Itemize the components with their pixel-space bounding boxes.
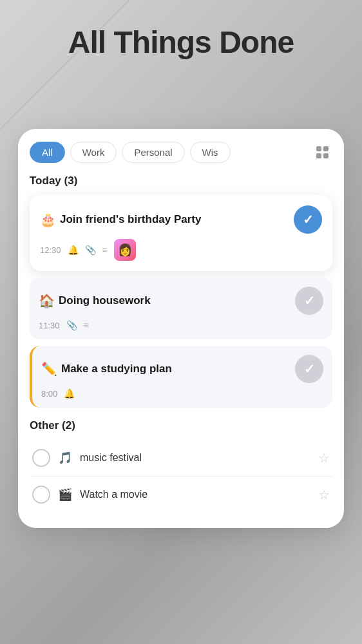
bell-icon: 🔔 xyxy=(68,245,79,255)
task-emoji: 🏠 xyxy=(39,293,55,308)
star-button[interactable]: ☆ xyxy=(318,487,330,502)
task-complete-button[interactable]: ✓ xyxy=(295,287,323,315)
task-meta: 8:00 🔔 xyxy=(41,388,323,399)
star-button[interactable]: ☆ xyxy=(318,450,330,466)
task-title-row: 🎂 Join friend's birthday Party xyxy=(40,212,294,227)
today-section-header: Today (3) xyxy=(30,175,332,187)
task-circle-button[interactable] xyxy=(32,486,50,504)
thumbnail-image: 👩 xyxy=(118,243,132,257)
task-emoji: ✏️ xyxy=(41,361,57,377)
grid-icon xyxy=(316,146,329,158)
task-title: music festival xyxy=(80,452,310,464)
task-title: Watch a movie xyxy=(80,489,310,500)
task-title: Doing housework xyxy=(59,294,151,307)
checkmark-icon: ✓ xyxy=(304,361,315,377)
task-title-row: 🏠 Doing housework xyxy=(39,293,295,308)
list-icon: ≡ xyxy=(84,320,89,330)
task-item: 🎂 Join friend's birthday Party ✓ 12:30 🔔… xyxy=(30,195,332,271)
task-time: 8:00 xyxy=(41,389,57,399)
task-meta: 11:30 📎 ≡ xyxy=(39,320,323,330)
task-complete-button[interactable]: ✓ xyxy=(295,355,323,383)
task-emoji: 🎵 xyxy=(58,451,72,465)
grid-view-button[interactable] xyxy=(312,142,332,163)
task-top-row: 🎂 Join friend's birthday Party ✓ xyxy=(40,205,322,234)
task-emoji: 🎬 xyxy=(58,488,72,502)
task-item: 🏠 Doing housework ✓ 11:30 📎 ≡ xyxy=(30,278,332,339)
task-emoji: 🎂 xyxy=(40,212,56,227)
task-time: 11:30 xyxy=(39,321,60,330)
filter-tabs: All Work Personal Wis xyxy=(30,142,332,163)
task-title: Make a studying plan xyxy=(61,363,172,375)
app-title: All Things Done xyxy=(0,24,362,60)
task-item: ✏️ Make a studying plan ✓ 8:00 🔔 xyxy=(30,346,332,408)
other-section-header: Other (2) xyxy=(30,419,332,432)
task-title-row: ✏️ Make a studying plan xyxy=(41,361,295,377)
task-top-row: ✏️ Make a studying plan ✓ xyxy=(41,355,323,383)
task-complete-button[interactable]: ✓ xyxy=(294,205,322,234)
list-item: 🎵 music festival ☆ xyxy=(30,440,332,477)
attachment-icon: 📎 xyxy=(85,245,96,255)
tab-all[interactable]: All xyxy=(30,142,65,163)
task-circle-button[interactable] xyxy=(32,449,50,467)
tab-work[interactable]: Work xyxy=(70,142,117,163)
list-icon: ≡ xyxy=(102,245,108,255)
task-meta: 12:30 🔔 📎 ≡ 👩 xyxy=(40,239,322,261)
task-time: 12:30 xyxy=(40,245,61,255)
other-section: Other (2) 🎵 music festival ☆ 🎬 Watch a m… xyxy=(30,419,332,513)
task-title: Join friend's birthday Party xyxy=(60,213,201,226)
task-thumbnail: 👩 xyxy=(114,239,136,261)
task-top-row: 🏠 Doing housework ✓ xyxy=(39,287,323,315)
checkmark-icon: ✓ xyxy=(303,212,314,227)
tab-wishlist[interactable]: Wis xyxy=(190,142,231,163)
checkmark-icon: ✓ xyxy=(304,293,315,308)
bell-icon: 🔔 xyxy=(64,388,75,399)
attachment-icon: 📎 xyxy=(66,320,77,330)
main-card: All Work Personal Wis Today (3) 🎂 Join f… xyxy=(18,129,344,528)
list-item: 🎬 Watch a movie ☆ xyxy=(30,477,332,513)
tab-personal[interactable]: Personal xyxy=(122,142,184,163)
